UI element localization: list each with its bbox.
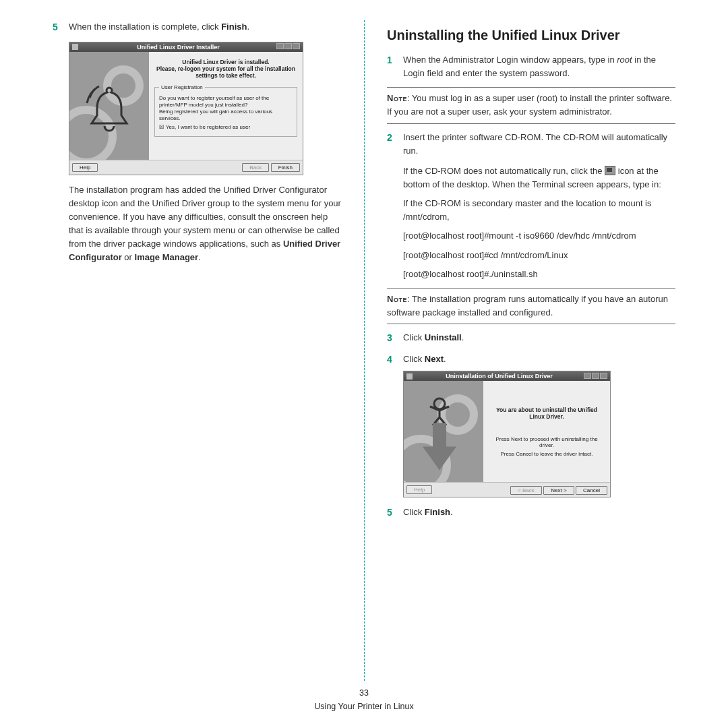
- page-footer: 33 Using Your Printer in Linux: [0, 686, 728, 713]
- right-step-1: 1 When the Administrator Login window ap…: [387, 53, 675, 80]
- step-number: 5: [53, 20, 69, 35]
- command-line-2: [root@localhost root]#cd /mnt/cdrom/Linu…: [403, 249, 675, 262]
- manual-page: 5 When the installation is complete, cli…: [0, 0, 728, 728]
- bell-icon: [86, 84, 133, 138]
- uninstaller-screenshot: Uninstallation of Unified Linux Driver Y…: [403, 371, 611, 497]
- right-step-3: 3 Click Uninstall.: [387, 331, 675, 346]
- right-column: Uninstalling the Unified Linux Driver 1 …: [364, 20, 694, 688]
- window-title: Uninstallation of Unified Linux Driver: [415, 373, 583, 380]
- terminal-icon: [605, 166, 615, 175]
- right-step-2: 2 Insert the printer software CD-ROM. Th…: [387, 131, 675, 158]
- register-checkbox: Yes, I want to be registered as user: [159, 124, 293, 131]
- back-button: < Back: [510, 486, 542, 495]
- window-title: Unified Linux Driver Installer: [81, 44, 276, 51]
- help-button: Help: [72, 163, 98, 172]
- sub-instruction-1: If the CD-ROM does not automatically run…: [403, 164, 675, 191]
- section-heading: Uninstalling the Unified Linux Driver: [387, 27, 675, 44]
- next-button: Next >: [543, 486, 574, 495]
- right-step-4: 4 Click Next.: [387, 353, 675, 367]
- system-menu-icon: [406, 373, 413, 380]
- command-line-3: [root@localhost root]#./uninstall.sh: [403, 268, 675, 281]
- svg-point-0: [434, 398, 445, 409]
- right-step-5: 5 Click Finish.: [387, 506, 675, 520]
- command-line-1: [root@localhost root]#mount -t iso9660 /…: [403, 229, 675, 243]
- left-step-5: 5 When the installation is complete, cli…: [53, 20, 341, 35]
- note-1: Note: You must log in as a super user (r…: [387, 87, 675, 123]
- sub-instruction-2: If the CD-ROM is secondary master and th…: [403, 197, 675, 224]
- left-column: 5 When the installation is complete, cli…: [34, 20, 364, 688]
- finish-button: Finish: [271, 163, 300, 172]
- help-button: Help: [406, 485, 432, 494]
- left-paragraph: The installation program has added the U…: [69, 183, 341, 265]
- user-registration-group: User Registration Do you want to registe…: [154, 84, 297, 137]
- wizard-artwork: [69, 52, 149, 160]
- section-title: Using Your Printer in Linux: [0, 700, 728, 713]
- back-button: Back: [242, 163, 269, 172]
- window-titlebar: Unified Linux Driver Installer: [69, 42, 303, 52]
- installer-screenshot: Unified Linux Driver Installer Unified L…: [69, 42, 303, 175]
- page-number: 33: [0, 686, 728, 700]
- wizard-artwork: [404, 381, 483, 482]
- step-text: When the installation is complete, click…: [69, 20, 341, 34]
- cancel-button: Cancel: [576, 486, 607, 495]
- system-menu-icon: [72, 44, 78, 50]
- window-buttons: [276, 43, 300, 51]
- note-2: Note: The installation program runs auto…: [387, 288, 675, 324]
